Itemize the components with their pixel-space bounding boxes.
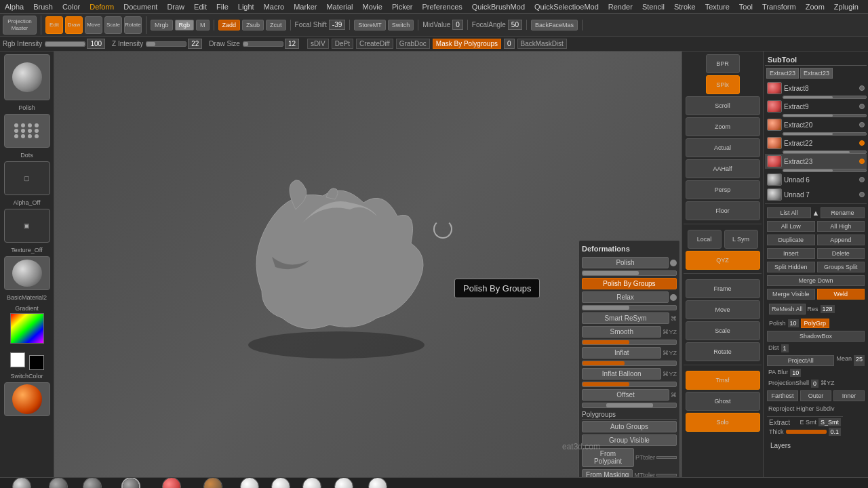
focalangle-val[interactable]: 50	[508, 20, 522, 30]
floor-btn[interactable]: Floor	[686, 201, 760, 220]
offset-btn[interactable]: Offset	[582, 389, 669, 401]
z-intensity-val[interactable]: 22	[188, 39, 202, 49]
farthest-btn[interactable]: Farthest	[767, 390, 798, 401]
groups-split-btn[interactable]: Groups Split	[817, 262, 865, 272]
list-icon[interactable]: ▲	[813, 207, 818, 218]
subtool-extract23[interactable]: Extract23	[765, 154, 867, 169]
projection-master-btn[interactable]: Projection Master	[3, 16, 37, 35]
all-high-btn[interactable]: All High	[817, 221, 865, 232]
rgb-intensity-val[interactable]: 100	[87, 39, 105, 49]
qyz-btn[interactable]: QYZ	[686, 251, 760, 270]
background-swatch[interactable]	[29, 355, 44, 370]
canvas-area[interactable]: Polish By Groups Deformations Polish Pol…	[54, 52, 682, 477]
menu-zoom[interactable]: Zoom	[804, 3, 827, 11]
polish-by-groups-btn[interactable]: Polish By Groups	[582, 278, 677, 289]
smooth-slider[interactable]	[582, 340, 677, 345]
move-btn[interactable]: Move	[85, 16, 102, 34]
polish-st-val[interactable]: 10	[788, 319, 799, 327]
brush-rs-skymetal[interactable]: RS_SkyMetal	[76, 477, 108, 488]
project-all-btn[interactable]: ProjectAll	[767, 355, 834, 366]
subtool-extract20[interactable]: Extract20	[765, 117, 867, 132]
from-masking-btn[interactable]: From Masking	[582, 469, 633, 477]
menu-texture[interactable]: Texture	[703, 3, 732, 11]
texture-off-thumb[interactable]: ▣	[4, 209, 50, 243]
brush-x-undoz-mud2[interactable]: x_undoz_Mud2	[195, 477, 232, 488]
list-all-btn[interactable]: List All	[767, 207, 811, 218]
extract22-eye[interactable]	[859, 140, 865, 146]
midvalue-val[interactable]: 0	[452, 20, 463, 30]
unnad7-eye[interactable]	[859, 192, 865, 197]
split-hidden-btn[interactable]: Split Hidden	[767, 262, 815, 272]
polish-deform-btn[interactable]: Polish	[582, 257, 669, 268]
m-btn[interactable]: M	[196, 20, 210, 30]
zcut-btn[interactable]: Zcut	[266, 20, 286, 30]
mrgb-btn[interactable]: Mrgb	[151, 20, 173, 30]
delete-btn[interactable]: Delete	[817, 248, 865, 259]
menu-marker[interactable]: Marker	[292, 3, 319, 11]
foreground-swatch[interactable]	[10, 352, 25, 367]
persp-btn[interactable]: Persp	[686, 180, 760, 199]
subtool-unnad7[interactable]: Unnad 7	[765, 187, 867, 202]
extract20-eye[interactable]	[859, 122, 865, 127]
material-thumb[interactable]	[4, 256, 50, 290]
creatediff-btn[interactable]: CreateDiff	[356, 39, 393, 49]
brush-trimdynamic[interactable]: TrimDynamic	[361, 477, 393, 488]
grabdoc-btn[interactable]: GrabDoc	[396, 39, 430, 49]
smooth-btn[interactable]: Smooth	[582, 326, 661, 338]
extract23-tab-b[interactable]: Extract23	[800, 68, 833, 79]
thick-val[interactable]: 0.1	[829, 428, 842, 436]
dots-thumb[interactable]	[4, 114, 50, 148]
alpha-off-thumb[interactable]: ▢	[4, 161, 50, 195]
subtool-extract22[interactable]: Extract22	[765, 136, 867, 150]
mttoler-input[interactable]	[656, 474, 677, 476]
solo-btn[interactable]: Solo	[686, 413, 760, 432]
smart-resym-btn[interactable]: Smart ReSym	[582, 312, 669, 324]
polish-slider[interactable]	[582, 270, 677, 276]
color-section[interactable]: Gradient	[4, 304, 50, 350]
subtool-extract8[interactable]: Extract8	[765, 81, 867, 96]
remesh-all-btn[interactable]: ReMesh All	[769, 304, 806, 314]
trnsf-btn[interactable]: Trnsf	[686, 371, 760, 390]
menu-light[interactable]: Light	[236, 3, 256, 11]
e-smt-val[interactable]: S_Smt	[818, 418, 841, 426]
mean-val[interactable]: 25	[854, 355, 865, 366]
brush-trimhole[interactable]: TrimHole	[330, 477, 357, 488]
depth-btn[interactable]: DePt	[332, 39, 353, 49]
backmask-btn[interactable]: BackMaskDist	[517, 39, 567, 49]
merge-visible-btn[interactable]: Merge Visible	[767, 289, 815, 300]
local-btn[interactable]: Local	[688, 230, 722, 249]
menu-edit[interactable]: Edit	[192, 3, 209, 11]
extract23-tab-a[interactable]: Extract23	[766, 68, 799, 79]
menu-zplugin[interactable]: Zplugin	[832, 3, 861, 11]
menu-render[interactable]: Render	[606, 3, 635, 11]
draw-size-val[interactable]: 12	[285, 39, 299, 49]
brush-trimnormal[interactable]: TrimNormal	[298, 477, 326, 488]
actual-btn[interactable]: Actual	[686, 138, 760, 157]
shadow-box-btn[interactable]: ShadowBox	[767, 331, 865, 342]
brush-formbrush[interactable]: FormBrush	[236, 477, 263, 488]
weld-btn[interactable]: Weld	[817, 289, 865, 300]
rotate-btn[interactable]: Rotate	[124, 16, 142, 34]
frame-btn[interactable]: Frame	[686, 279, 760, 298]
lsym-btn[interactable]: L Sym	[724, 230, 758, 249]
relax-dot[interactable]	[670, 294, 677, 301]
menu-document[interactable]: Document	[121, 3, 159, 11]
rgb-intensity-slider[interactable]	[45, 41, 85, 47]
polycrp-btn[interactable]: PolyGrp	[801, 319, 830, 328]
switch-color-section[interactable]: SwitchColor	[4, 352, 50, 380]
menu-stencil[interactable]: Stencil	[640, 3, 667, 11]
extract9-eye[interactable]	[859, 104, 865, 109]
edit-btn[interactable]: Edit	[45, 16, 63, 34]
duplicate-btn[interactable]: Duplicate	[767, 235, 815, 245]
bpr-btn[interactable]: BPR	[706, 54, 740, 73]
inflat-btn[interactable]: Inflat	[582, 347, 661, 359]
res-val[interactable]: 128	[821, 305, 835, 313]
menu-material[interactable]: Material	[324, 3, 355, 11]
group-visible-btn[interactable]: Group Visible	[582, 434, 677, 446]
relax-slider[interactable]	[582, 305, 677, 310]
menu-draw[interactable]: Draw	[165, 3, 186, 11]
menu-transform[interactable]: Transform	[760, 3, 798, 11]
menu-color[interactable]: Color	[60, 3, 82, 11]
menu-preferences[interactable]: Preferences	[420, 3, 464, 11]
backfacemask-btn[interactable]: BackFaceMas	[531, 20, 578, 30]
